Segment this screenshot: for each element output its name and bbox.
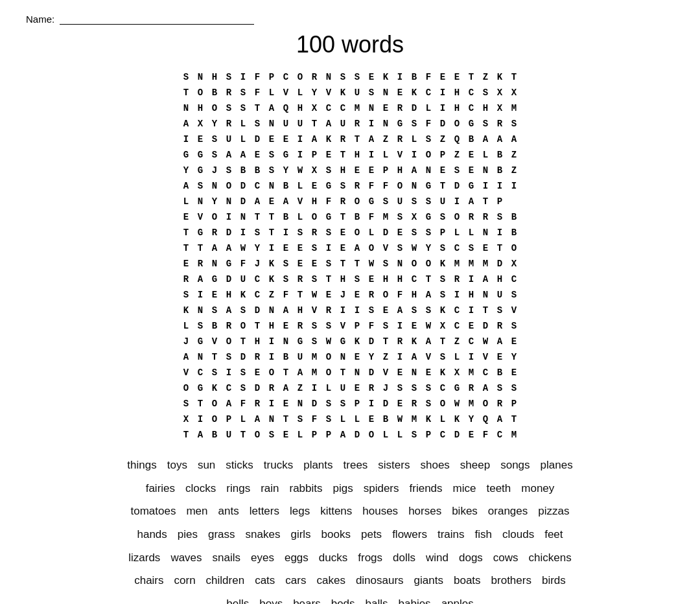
cell-17-8: G	[293, 334, 307, 349]
cell-23-7: E	[279, 428, 293, 442]
word-grass: grass	[208, 528, 235, 540]
cell-15-7: A	[279, 303, 293, 318]
cell-15-3: A	[222, 303, 236, 318]
cell-18-11: N	[336, 350, 350, 364]
cell-23-16: S	[407, 428, 421, 442]
cell-0-8: O	[293, 70, 307, 84]
cell-7-16: N	[407, 179, 421, 193]
cell-21-14: D	[379, 397, 393, 411]
cell-0-11: S	[336, 70, 350, 84]
cell-22-4: L	[236, 412, 250, 426]
cell-20-4: S	[236, 381, 250, 395]
cell-8-15: U	[393, 194, 407, 209]
cell-5-20: E	[464, 148, 478, 162]
cell-19-4: S	[236, 366, 250, 380]
cell-9-11: T	[336, 210, 350, 224]
cell-3-22: R	[493, 117, 507, 131]
cell-9-19: O	[450, 210, 464, 224]
cell-9-15: S	[393, 210, 407, 224]
cell-23-22: C	[493, 428, 507, 442]
cell-20-7: A	[279, 381, 293, 395]
cell-7-23: I	[507, 179, 521, 193]
cell-19-11: T	[336, 366, 350, 380]
cell-13-2: G	[207, 272, 222, 286]
cell-4-12: T	[350, 132, 364, 146]
cell-8-1: N	[193, 194, 207, 209]
cell-2-20: C	[464, 101, 478, 115]
cell-0-0: S	[179, 70, 193, 84]
cell-3-1: X	[193, 117, 207, 131]
word-beds: beds	[331, 598, 355, 604]
cell-1-19: H	[450, 86, 464, 100]
cell-6-20: E	[464, 163, 478, 178]
word-kittens: kittens	[320, 505, 352, 517]
cell-11-3: A	[222, 241, 236, 255]
cell-8-2: Y	[207, 194, 222, 209]
cell-4-19: Q	[450, 132, 464, 146]
cell-10-11: E	[336, 226, 350, 240]
cell-21-11: S	[336, 397, 350, 411]
word-ducks: ducks	[319, 552, 347, 564]
word-dinosaurs: dinosaurs	[356, 574, 404, 587]
word-men: men	[186, 505, 207, 517]
cell-0-12: S	[350, 70, 364, 84]
cell-23-19: D	[450, 428, 464, 442]
word-flowers: flowers	[392, 528, 427, 540]
word-rain: rain	[261, 482, 279, 494]
cell-8-6: E	[264, 194, 279, 209]
cell-5-12: H	[350, 148, 364, 162]
cell-1-7: V	[279, 86, 293, 100]
cell-23-17: P	[421, 428, 436, 442]
cell-21-23: P	[507, 397, 521, 411]
cell-18-13: Y	[364, 350, 379, 364]
name-section: Name:	[26, 13, 674, 25]
cell-0-19: E	[450, 70, 464, 84]
cell-21-16: R	[407, 397, 421, 411]
cell-1-21: S	[478, 86, 493, 100]
cell-1-18: I	[436, 86, 450, 100]
word-teeth: teeth	[486, 482, 511, 494]
cell-2-15: R	[393, 101, 407, 115]
cell-12-19: M	[450, 257, 464, 271]
cell-4-15: R	[393, 132, 407, 146]
cell-9-3: I	[222, 210, 236, 224]
word-toys: toys	[167, 459, 187, 471]
cell-12-3: G	[222, 257, 236, 271]
cell-1-22: X	[493, 86, 507, 100]
word-pigs: pigs	[333, 482, 353, 494]
cell-11-14: V	[379, 241, 393, 255]
cell-12-21: M	[478, 257, 493, 271]
word-cars: cars	[285, 574, 306, 587]
cell-11-18: S	[436, 241, 450, 255]
cell-8-19: I	[450, 194, 464, 209]
cell-10-2: R	[207, 226, 222, 240]
cell-6-11: H	[336, 163, 350, 178]
cell-18-3: S	[222, 350, 236, 364]
word-row-1: fairiesclocksringsrainrabbitspigsspiders…	[26, 477, 674, 500]
cell-13-17: T	[421, 272, 436, 286]
cell-4-22: A	[493, 132, 507, 146]
name-underline[interactable]	[60, 13, 254, 25]
cell-21-5: R	[250, 397, 264, 411]
cell-23-15: L	[393, 428, 407, 442]
cell-8-21: T	[478, 194, 493, 209]
cell-16-15: I	[393, 319, 407, 333]
cell-15-5: D	[250, 303, 264, 318]
cell-16-9: S	[307, 319, 321, 333]
cell-0-23: T	[507, 70, 521, 84]
cell-12-2: N	[207, 257, 222, 271]
cell-14-0: S	[179, 288, 193, 302]
cell-22-12: L	[350, 412, 364, 426]
cell-22-7: T	[279, 412, 293, 426]
cell-13-15: H	[393, 272, 407, 286]
cell-14-6: Z	[264, 288, 279, 302]
cell-22-9: F	[307, 412, 321, 426]
word-trees: trees	[344, 459, 368, 471]
cell-6-23: Z	[507, 163, 521, 178]
cell-3-3: R	[222, 117, 236, 131]
word-rabbits: rabbits	[290, 482, 323, 494]
cell-8-3: N	[222, 194, 236, 209]
cell-23-9: P	[307, 428, 321, 442]
cell-19-1: C	[193, 366, 207, 380]
cell-20-14: J	[379, 381, 393, 395]
